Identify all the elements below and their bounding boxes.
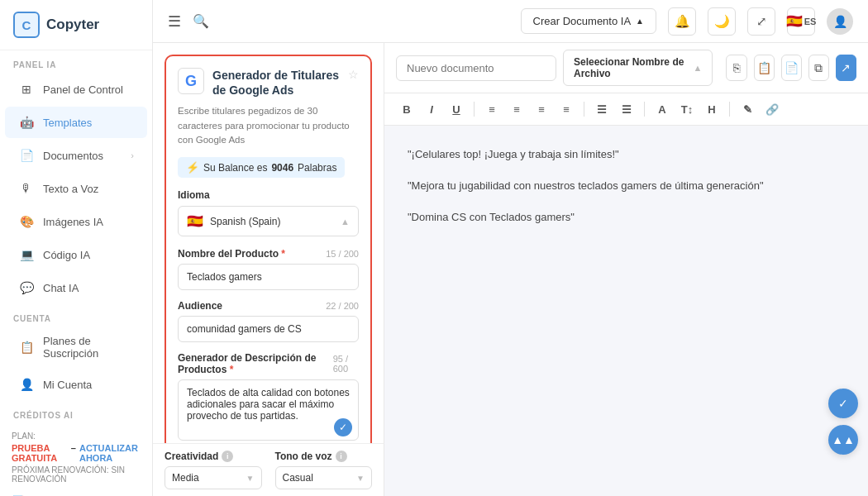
- create-doc-btn[interactable]: Crear Documento IA ▲: [521, 8, 656, 34]
- audience-field: Audience 22 / 200: [178, 300, 359, 342]
- tono-chevron-icon: ▼: [356, 474, 365, 483]
- right-panel-toolbar: Seleecionar Nombre de Archivo ▲ ⎘ 📋 📄 ⧉ …: [384, 43, 868, 93]
- export-icon-btn[interactable]: ↗: [836, 55, 856, 81]
- creatividad-group: Creatividad i Media ▼: [165, 451, 262, 489]
- doc-icon-btn[interactable]: 📋: [754, 55, 775, 81]
- check-icon: ✓: [334, 418, 352, 436]
- idioma-select[interactable]: 🇪🇸 Spanish (Spain) ▲: [178, 206, 359, 236]
- tool-description: Escribe titulares pegadizos de 30 caract…: [178, 104, 359, 147]
- main-area: ☰ 🔍 Crear Documento IA ▲ 🔔 🌙 ⤢ 🇪🇸 ES 👤 G…: [153, 0, 868, 496]
- format-bar: B I U ≡ ≡ ≡ ≡ ☰ ☰ A T↕ H ✎ 🔗: [384, 93, 868, 126]
- italic-btn[interactable]: I: [421, 98, 442, 120]
- sidebar-item-planes[interactable]: 📋 Planes de Suscripción: [5, 327, 147, 367]
- bottom-controls: Creatividad i Media ▼ Tono de voz i Casu…: [153, 443, 384, 496]
- left-panel: G Generador de Titulares de Google Ads ☆…: [153, 43, 384, 496]
- section-label-panel: PANEL IA: [0, 50, 152, 73]
- format-divider-4: [729, 102, 730, 117]
- tono-select[interactable]: Casual ▼: [275, 466, 373, 489]
- menu-icon[interactable]: ☰: [168, 12, 181, 31]
- underline-btn[interactable]: U: [446, 98, 467, 120]
- dark-mode-btn[interactable]: 🌙: [708, 7, 736, 36]
- producto-count: 15 / 200: [326, 249, 359, 259]
- format-divider-1: [474, 102, 475, 117]
- idioma-flag: 🇪🇸: [187, 213, 203, 229]
- tono-value: Casual: [283, 472, 313, 484]
- tono-group: Tono de voz i Casual ▼: [275, 451, 373, 489]
- section-label-cuenta: CUENTA: [0, 304, 152, 327]
- sidebar-label-panel-control: Panel de Control: [43, 83, 123, 96]
- tool-title: Generador de Titulares de Google Ads: [212, 68, 340, 98]
- heading-btn[interactable]: H: [701, 98, 723, 120]
- scroll-up-fab[interactable]: ▲▲: [828, 425, 858, 455]
- editor-area[interactable]: "¡Celulares top! ¡Juega y trabaja sin lí…: [384, 126, 868, 496]
- file-icon-btn[interactable]: 📄: [781, 55, 802, 81]
- creatividad-chevron-icon: ▼: [246, 474, 255, 483]
- sidebar-item-texto-voz[interactable]: 🎙 Texto a Voz: [5, 173, 147, 204]
- search-icon[interactable]: 🔍: [193, 13, 209, 29]
- editor-line-1: "¡Celulares top! ¡Juega y trabaja sin lí…: [408, 145, 845, 164]
- creatividad-info-icon[interactable]: i: [222, 451, 233, 462]
- sidebar-item-templates[interactable]: 🤖 Templates: [5, 107, 147, 138]
- align-justify-btn[interactable]: ≡: [556, 98, 577, 120]
- chevron-up-icon: ▲: [636, 17, 644, 26]
- descripcion-field: Generador de Descripción de Productos * …: [178, 352, 359, 443]
- credit-palabras: 📝 Palabras 9046: [0, 492, 152, 496]
- audience-input[interactable]: [178, 316, 359, 342]
- align-center-btn[interactable]: ≡: [506, 98, 527, 120]
- sidebar-label-chat-ia: Chat IA: [43, 282, 79, 294]
- sidebar-logo: C Copyter: [0, 0, 152, 50]
- pen-btn[interactable]: ✎: [737, 98, 758, 120]
- content-area: G Generador de Titulares de Google Ads ☆…: [153, 43, 868, 496]
- bold-btn[interactable]: B: [396, 98, 417, 120]
- creatividad-label: Creatividad: [165, 451, 218, 462]
- tool-card: G Generador de Titulares de Google Ads ☆…: [165, 55, 372, 466]
- star-icon[interactable]: ☆: [348, 68, 359, 81]
- lang-btn[interactable]: 🇪🇸 ES: [787, 7, 815, 36]
- sidebar-item-mi-cuenta[interactable]: 👤 Mi Cuenta: [5, 369, 147, 400]
- descripcion-label: Generador de Descripción de Productos *: [178, 352, 333, 375]
- check-fab[interactable]: ✓: [828, 389, 858, 418]
- align-left-btn[interactable]: ≡: [481, 98, 503, 120]
- chat-icon: 💬: [18, 279, 35, 296]
- editor-line-2: "Mejora tu jugabilidad con nuestros tecl…: [408, 177, 845, 195]
- sidebar-item-imagenes-ia[interactable]: 🎨 Imágenes IA: [5, 206, 147, 237]
- plan-upgrade-link[interactable]: ACTUALIZAR AHORA: [79, 443, 141, 463]
- copy-icon-btn[interactable]: ⎘: [726, 55, 746, 81]
- notifications-btn[interactable]: 🔔: [668, 7, 696, 36]
- sidebar-label-texto-voz: Texto a Voz: [43, 183, 98, 195]
- file-name-btn[interactable]: Seleecionar Nombre de Archivo ▲: [563, 50, 713, 86]
- producto-input[interactable]: [178, 264, 359, 290]
- right-wrapper: Seleecionar Nombre de Archivo ▲ ⎘ 📋 📄 ⧉ …: [384, 43, 868, 496]
- fullscreen-btn[interactable]: ⤢: [747, 7, 775, 36]
- sidebar-label-planes: Planes de Suscripción: [43, 335, 134, 360]
- mic-icon: 🎙: [18, 180, 35, 197]
- docs-icon: 📄: [18, 147, 35, 164]
- font-size-btn[interactable]: T↕: [676, 98, 698, 120]
- tono-info-icon[interactable]: i: [336, 451, 347, 462]
- creatividad-select[interactable]: Media ▼: [165, 466, 262, 489]
- creatividad-value: Media: [172, 472, 199, 484]
- sidebar-item-documentos[interactable]: 📄 Documentos ›: [5, 140, 147, 171]
- sidebar: C Copyter PANEL IA ⊞ Panel de Control 🤖 …: [0, 0, 153, 496]
- list-ordered-btn[interactable]: ☰: [591, 98, 613, 120]
- doc-name-input[interactable]: [396, 55, 556, 81]
- file-chevron-icon: ▲: [694, 63, 703, 73]
- balance-label: Su Balance es: [203, 162, 267, 174]
- user-icon: 👤: [18, 376, 35, 393]
- descripcion-textarea[interactable]: [178, 379, 359, 441]
- sidebar-item-codigo-ia[interactable]: 💻 Código IA: [5, 239, 147, 270]
- list-unordered-btn[interactable]: ☰: [616, 98, 637, 120]
- topbar: ☰ 🔍 Crear Documento IA ▲ 🔔 🌙 ⤢ 🇪🇸 ES 👤: [153, 0, 868, 43]
- sidebar-item-chat-ia[interactable]: 💬 Chat IA: [5, 272, 147, 303]
- link-btn[interactable]: 🔗: [761, 98, 783, 120]
- align-right-btn[interactable]: ≡: [531, 98, 552, 120]
- avatar[interactable]: 👤: [827, 8, 853, 35]
- chevron-right-icon: ›: [131, 150, 134, 160]
- lightning-icon: ⚡: [186, 161, 199, 174]
- duplicate-icon-btn[interactable]: ⧉: [808, 55, 829, 81]
- audience-label: Audience: [178, 300, 222, 312]
- idioma-chevron-icon: ▲: [341, 217, 350, 227]
- font-color-btn[interactable]: A: [651, 98, 673, 120]
- plan-free-link[interactable]: PRUEBA GRATUITA: [12, 443, 68, 463]
- sidebar-item-panel-control[interactable]: ⊞ Panel de Control: [5, 74, 147, 105]
